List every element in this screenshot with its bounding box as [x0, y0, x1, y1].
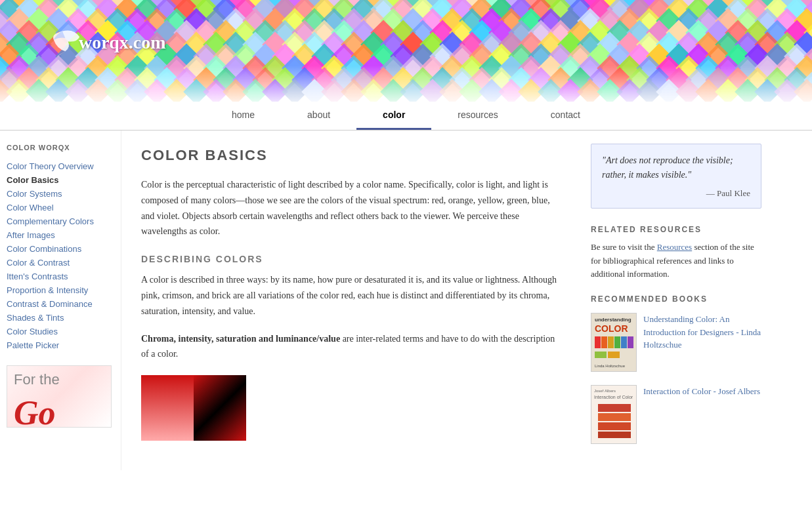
sidebar-item-color-systems[interactable]: Color Systems: [7, 187, 114, 201]
sidebar-item-proportion-intensity[interactable]: Proportion & Intensity: [7, 283, 114, 297]
nav-contact[interactable]: contact: [524, 102, 607, 130]
right-column: "Art does not reproduce the visible; rat…: [581, 131, 771, 470]
content-wrapper: COLOR WORQX Color Theory Overview Color …: [0, 131, 812, 470]
related-resources-title: RELATED RESOURCES: [591, 225, 761, 234]
swatch-gradient-light: [141, 375, 194, 441]
recommended-books-title: RECOMMENDED BOOKS: [591, 294, 761, 304]
book-cover-interaction-of-color: [591, 385, 637, 444]
quote-box: "Art does not reproduce the visible; rat…: [591, 144, 761, 209]
sidebar-item-ittens-contrasts[interactable]: Itten's Contrasts: [7, 270, 114, 283]
nav-about[interactable]: about: [281, 102, 356, 130]
chroma-bold: Chroma, intensity, saturation and lumina…: [141, 334, 340, 344]
main-content: COLOR BASICS Color is the perceptual cha…: [121, 131, 581, 470]
quote-text: "Art does not reproduce the visible; rat…: [602, 153, 750, 183]
related-resources-text: Be sure to visit the Resources section o…: [591, 241, 761, 281]
logo-area: worqx.com: [39, 20, 165, 66]
sidebar-ad[interactable]: For the Go: [7, 365, 112, 428]
ad-go-text: Go: [14, 393, 56, 428]
ad-for-text: For the: [14, 371, 60, 388]
sidebar-title: COLOR WORQX: [7, 144, 114, 151]
sidebar-item-color-combinations[interactable]: Color Combinations: [7, 242, 114, 256]
section1-paragraph2: Chroma, intensity, saturation and lumina…: [141, 331, 561, 363]
sidebar-item-complementary-colors[interactable]: Complementary Colors: [7, 214, 114, 228]
color-swatches: [141, 375, 246, 441]
resources-link[interactable]: Resources: [657, 242, 692, 252]
book-item-2: Interaction of Color - Josef Albers: [591, 385, 761, 444]
sidebar-item-after-images[interactable]: After Images: [7, 228, 114, 242]
book-link-understanding-color[interactable]: Understanding Color: An Introduction for…: [643, 313, 761, 352]
section1-paragraph1: A color is described in three ways: by i…: [141, 272, 561, 319]
site-header: worqx.com: [0, 0, 812, 102]
section1-heading: DESCRIBING COLORS: [141, 254, 561, 264]
book-link-interaction-of-color[interactable]: Interaction of Color - Josef Albers: [643, 385, 760, 398]
sidebar-item-color-contrast[interactable]: Color & Contrast: [7, 256, 114, 270]
swatch-gradient-dark: [194, 375, 246, 441]
sidebar-item-color-theory-overview[interactable]: Color Theory Overview: [7, 159, 114, 173]
intro-paragraph: Color is the perceptual characteristic o…: [141, 177, 561, 239]
quote-author: — Paul Klee: [602, 188, 750, 199]
sidebar-item-contrast-dominance[interactable]: Contrast & Dominance: [7, 297, 114, 311]
sidebar: COLOR WORQX Color Theory Overview Color …: [0, 131, 121, 470]
book-cover-understanding-color: [591, 313, 637, 372]
logo-text[interactable]: worqx.com: [79, 32, 165, 53]
nav-color[interactable]: color: [356, 102, 431, 130]
sidebar-item-color-wheel[interactable]: Color Wheel: [7, 201, 114, 214]
nav-home[interactable]: home: [205, 102, 281, 130]
main-nav: home about color resources contact: [0, 102, 812, 131]
book-item-1: Understanding Color: An Introduction for…: [591, 313, 761, 372]
nav-resources[interactable]: resources: [431, 102, 524, 130]
sidebar-item-palette-picker[interactable]: Palette Picker: [7, 338, 114, 352]
page-title: COLOR BASICS: [141, 147, 561, 164]
sidebar-item-color-basics[interactable]: Color Basics: [7, 173, 114, 187]
sidebar-item-color-studies[interactable]: Color Studies: [7, 325, 114, 338]
sidebar-item-shades-tints[interactable]: Shades & Tints: [7, 311, 114, 325]
